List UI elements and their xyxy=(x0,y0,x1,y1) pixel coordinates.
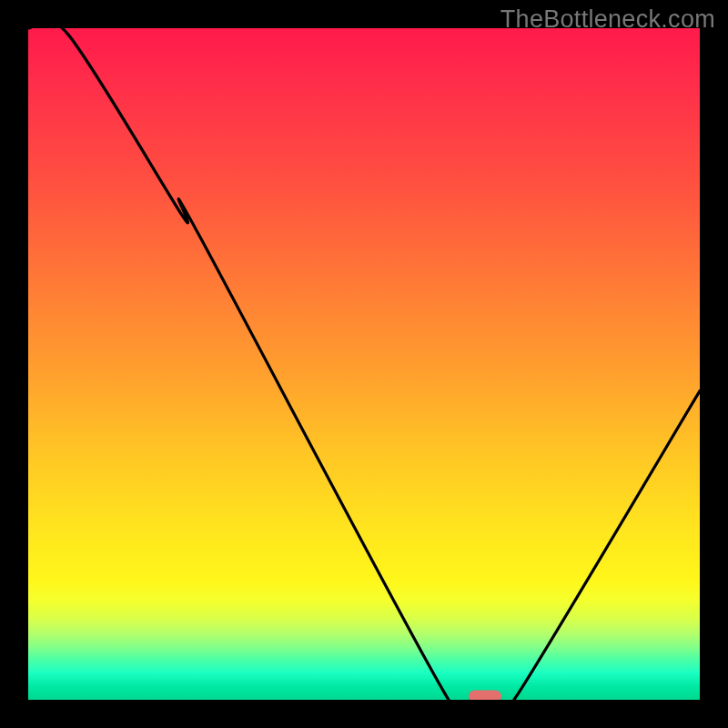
plot-area xyxy=(28,28,700,700)
watermark-text: TheBottleneck.com xyxy=(500,5,715,34)
chart-stage: TheBottleneck.com xyxy=(0,0,728,728)
optimal-marker xyxy=(469,690,501,700)
bottleneck-curve xyxy=(28,28,700,700)
